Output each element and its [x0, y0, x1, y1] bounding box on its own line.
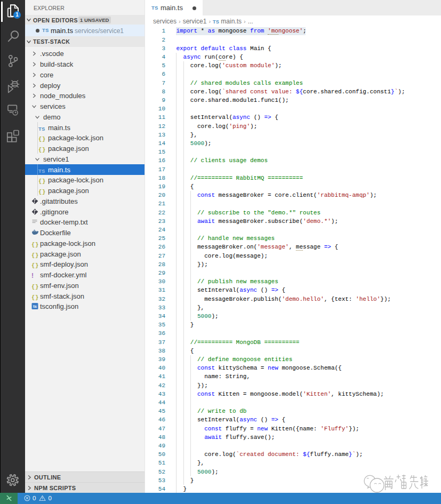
svg-text:ts: ts: [33, 305, 37, 309]
